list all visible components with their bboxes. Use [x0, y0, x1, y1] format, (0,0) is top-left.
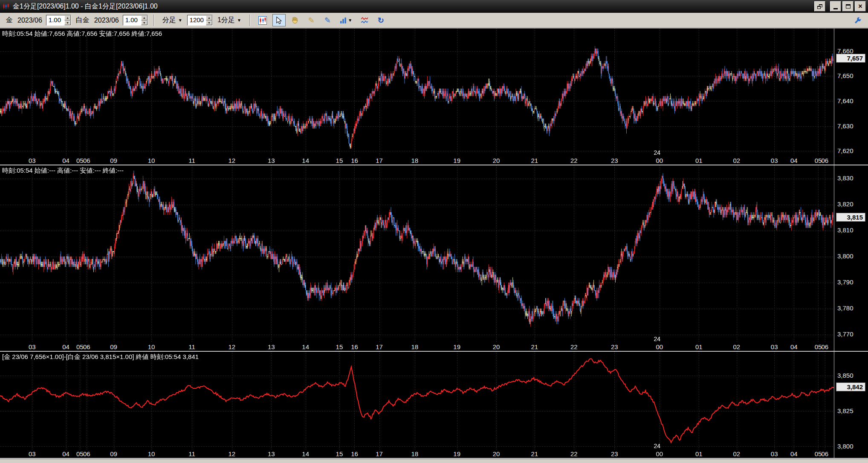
time-axis-label: 04 — [62, 157, 69, 164]
time-axis-label: 17 — [376, 343, 383, 350]
titlebar[interactable]: 金1分足[2023/06]1.00 - 白金1分足[2023/06]1.00 × — [0, 0, 868, 13]
time-axis-label: 05 — [815, 450, 822, 457]
time-axis-label: 03 — [29, 343, 36, 350]
restore-child-button[interactable] — [814, 1, 825, 12]
price-axis-label: 7,630 — [837, 122, 854, 130]
time-axis-label: 11 — [188, 343, 195, 350]
spread-chart-button[interactable] — [358, 14, 371, 26]
time-axis-label: 03 — [771, 343, 778, 350]
close-button[interactable]: × — [855, 1, 866, 12]
time-axis-label: 04 — [790, 450, 798, 457]
price-axis-label: 3,800 — [837, 252, 854, 260]
time-axis-label: 18 — [411, 450, 418, 457]
time-axis-label: 12 — [228, 343, 235, 350]
gold-chart-canvas[interactable] — [0, 29, 834, 156]
time-axis-label: 04 — [62, 450, 69, 457]
time-axis-label: 06 — [83, 343, 90, 350]
date-marker: 24 — [654, 443, 661, 449]
time-axis-label: 02 — [733, 157, 740, 164]
gold-label: 金 — [6, 16, 13, 25]
bar-count-down-button[interactable]: ▼ — [206, 20, 212, 26]
time-axis-label: 03 — [29, 450, 36, 457]
time-axis-label: 14 — [302, 157, 309, 164]
spread-info-text: [金 23/06 7,656×1.00]-[白金 23/06 3,815×1.0… — [2, 353, 199, 361]
pan-tool-button[interactable] — [289, 14, 302, 26]
time-axis-label: 15 — [336, 157, 343, 164]
chevron-down-icon: ▼ — [178, 18, 182, 23]
reload-icon: ↻ — [378, 17, 384, 24]
maximize-button[interactable] — [842, 1, 854, 12]
time-axis-label: 05 — [76, 157, 84, 164]
timeframe-dropdown[interactable]: 1分足 ▼ — [215, 14, 244, 26]
time-axis-label: 23 — [611, 343, 618, 350]
indicator-menu-button[interactable]: ▼ — [337, 14, 355, 26]
select-tool-button[interactable] — [272, 14, 286, 26]
time-axis-label: 11 — [188, 157, 195, 164]
platinum-last-price-tag: 3,815 — [836, 213, 865, 222]
time-axis-label: 19 — [453, 157, 460, 164]
spread-chart-canvas[interactable] — [0, 352, 834, 449]
platinum-scale-input[interactable]: 1.00 ▲ ▼ — [123, 15, 148, 26]
time-axis-label: 22 — [570, 343, 578, 350]
price-axis-label: 3,810 — [837, 226, 854, 234]
date-marker: 24 — [654, 149, 661, 156]
minimize-button[interactable] — [830, 1, 841, 12]
window-bottom-edge — [0, 459, 868, 463]
gold-scale-input[interactable]: 1.00 ▲ ▼ — [46, 15, 71, 26]
time-axis-label: 19 — [453, 343, 460, 350]
time-axis-label: 05 — [76, 343, 84, 350]
time-axis-label: 09 — [110, 343, 117, 350]
freehand-tool-button[interactable]: ✎ — [321, 14, 334, 26]
time-axis-label: 03 — [29, 157, 36, 164]
time-axis-label: 12 — [228, 157, 235, 164]
price-axis-label: 7,640 — [837, 97, 854, 104]
settings-button[interactable] — [851, 14, 864, 26]
time-axis-label: 15 — [336, 343, 343, 350]
price-axis-label: 3,825 — [837, 407, 854, 414]
time-axis-label: 06 — [822, 157, 829, 164]
chart-type-button[interactable] — [256, 14, 269, 26]
platinum-chart-panel: 時刻:05:54 始値:--- 高値:--- 安値:--- 終値:--- 030… — [0, 165, 868, 352]
time-axis-label: 14 — [302, 343, 309, 350]
platinum-scale-down-button[interactable]: ▼ — [141, 20, 148, 26]
time-axis-label: 06 — [822, 343, 829, 350]
time-axis-label: 13 — [268, 343, 275, 350]
bar-chart-icon — [340, 17, 347, 24]
time-axis-label: 22 — [570, 157, 578, 164]
time-axis-label: 09 — [110, 450, 117, 457]
platinum-plot: 時刻:05:54 始値:--- 高値:--- 安値:--- 終値:--- 030… — [0, 165, 834, 351]
time-axis-label: 18 — [411, 343, 418, 350]
time-axis-label: 03 — [771, 450, 778, 457]
time-axis-label: 06 — [83, 157, 90, 164]
window-title: 金1分足[2023/06]1.00 - 白金1分足[2023/06]1.00 — [13, 2, 813, 11]
time-axis-label: 00 — [656, 343, 663, 350]
time-axis-label: 02 — [733, 343, 740, 350]
gold-month-selector[interactable]: 2023/06 — [17, 17, 42, 24]
time-axis-label: 00 — [656, 450, 663, 457]
gold-scale-down-button[interactable]: ▼ — [64, 20, 71, 26]
trendline-tool-button[interactable]: ✎ — [305, 14, 318, 26]
price-axis-label: 3,800 — [837, 443, 854, 450]
bar-count-input[interactable]: 1200 ▲ ▼ — [187, 15, 213, 26]
platinum-label: 白金 — [76, 16, 90, 25]
gold-scale-up-button[interactable]: ▲ — [64, 15, 71, 20]
price-axis-label: 7,620 — [837, 147, 854, 154]
time-axis-label: 02 — [733, 450, 740, 457]
time-axis-label: 05 — [815, 157, 822, 164]
time-axis-label: 01 — [695, 450, 703, 457]
platinum-month-selector[interactable]: 2023/06 — [94, 17, 119, 24]
bar-count-up-button[interactable]: ▲ — [206, 15, 212, 20]
spread-chart-panel: [金 23/06 7,656×1.00]-[白金 23/06 3,815×1.0… — [0, 352, 868, 459]
time-axis-label: 10 — [148, 343, 155, 350]
time-axis-label: 23 — [611, 450, 618, 457]
platinum-scale-up-button[interactable]: ▲ — [141, 15, 148, 20]
time-axis-label: 00 — [656, 157, 663, 164]
time-axis-label: 23 — [611, 157, 618, 164]
time-axis-label: 09 — [110, 157, 117, 164]
refresh-button[interactable]: ↻ — [374, 14, 388, 26]
platinum-price-axis: 3,815 3,8303,8203,8103,8003,7903,7803,77… — [834, 165, 868, 351]
platinum-chart-canvas[interactable] — [0, 165, 834, 342]
pencil-icon: ✎ — [324, 17, 331, 24]
period-type-dropdown[interactable]: 分足 ▼ — [160, 14, 185, 26]
close-icon: × — [858, 3, 862, 10]
